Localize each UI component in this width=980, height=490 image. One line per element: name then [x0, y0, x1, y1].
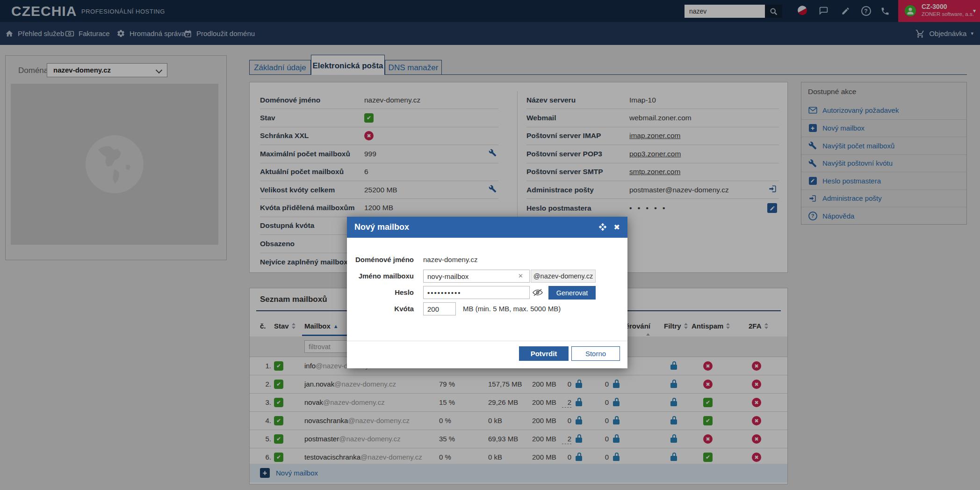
confirm-button[interactable]: Potvrdit: [519, 346, 569, 361]
eye-slash-icon[interactable]: [532, 288, 543, 299]
cancel-button[interactable]: Storno: [571, 346, 620, 361]
mailbox-name-input[interactable]: [423, 270, 530, 283]
mailbox-domain-suffix: @nazev-domeny.cz: [531, 270, 596, 283]
new-mailbox-modal: Nový mailbox ✖ Doménové jméno nazev-dome…: [347, 217, 627, 368]
modal-domain-value: nazev-domeny.cz: [423, 253, 477, 266]
modal-header[interactable]: Nový mailbox ✖: [347, 217, 627, 238]
modal-field-label: Kvóta: [347, 302, 414, 315]
move-icon[interactable]: [598, 223, 607, 233]
modal-footer-divider: [347, 341, 627, 341]
quota-input[interactable]: [423, 302, 456, 315]
password-input[interactable]: [423, 286, 530, 299]
generate-password-button[interactable]: Generovat: [548, 286, 596, 300]
modal-field-label: Jméno mailboxu: [347, 270, 414, 283]
clear-input-icon[interactable]: ✕: [518, 272, 523, 280]
modal-title: Nový mailbox: [354, 217, 409, 238]
modal-field-label: Doménové jméno: [347, 253, 414, 266]
quota-hint: MB (min. 5 MB, max. 5000 MB): [463, 302, 561, 315]
modal-field-label: Heslo: [347, 286, 414, 299]
close-icon[interactable]: ✖: [614, 217, 620, 238]
